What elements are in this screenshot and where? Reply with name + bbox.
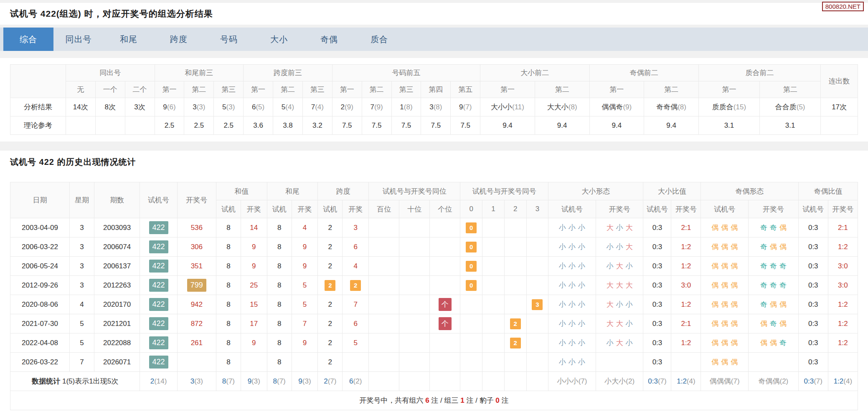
- same-pos-tens-stat-cell: [399, 372, 430, 391]
- history-table: 日期星期期数试机号开奖号和值和尾跨度试机号与开奖号同位试机号与开奖号同号大小形态…: [10, 182, 858, 410]
- red-value: 2:1: [838, 224, 848, 232]
- parity-pattern-test-cell: 偶偶偶: [701, 257, 749, 276]
- pattern-char: 大: [626, 243, 633, 251]
- analysis-cell: 2.5: [214, 116, 244, 135]
- same-pos-hundreds-cell: [369, 237, 399, 257]
- history-row: 2006-03-22320060744223068989260小小小小小大0:3…: [10, 237, 858, 257]
- same-pos-tens-cell: [399, 276, 430, 295]
- sum-test-cell: 8: [216, 314, 241, 333]
- value-paren: (9): [374, 103, 383, 111]
- sumtail-draw-cell: 5: [292, 276, 318, 295]
- value-paren: (7): [731, 377, 740, 385]
- analysis-row: 理论参考2.52.52.53.63.83.27.57.57.57.57.59.4…: [10, 116, 858, 135]
- history-sub-header: 开奖: [292, 200, 318, 218]
- date-cell: 2021-07-30: [10, 314, 70, 333]
- span-test-cell: 2: [318, 295, 343, 314]
- analysis-sub-header: 一个: [95, 81, 125, 98]
- history-group-header: 日期: [10, 182, 70, 218]
- pattern-char: 奇: [760, 281, 767, 289]
- value-main: 大大小: [547, 103, 569, 111]
- span-draw-cell: 6: [343, 237, 369, 257]
- pattern-char: 小: [569, 262, 576, 270]
- pattern-char: 偶: [711, 320, 718, 328]
- analysis-sub-header: 第一: [589, 81, 644, 98]
- size-ratio-draw-cell: 2:1: [671, 314, 701, 333]
- pattern-char: 偶: [779, 243, 787, 251]
- test-number-cell: 422: [140, 333, 177, 353]
- history-group-header: 期数: [94, 182, 140, 218]
- span-draw-cell: 5: [343, 333, 369, 353]
- span-draw-cell: 6: [343, 314, 369, 333]
- analysis-cell: 7(9): [362, 98, 391, 116]
- red-value: 5: [353, 339, 357, 347]
- tab-4[interactable]: 跨度: [154, 28, 204, 51]
- pattern-char: 奇: [779, 262, 787, 270]
- tab-3[interactable]: 和尾: [104, 28, 154, 51]
- value-main: 8: [273, 377, 277, 385]
- same-count-2-cell: 2: [504, 314, 526, 333]
- pattern-char: 大: [607, 281, 614, 289]
- tab-5[interactable]: 号码: [204, 28, 254, 51]
- sumtail-draw-cell: [292, 353, 318, 372]
- date-cell: 2020-08-06: [10, 295, 70, 314]
- analysis-sub-header: 第三: [391, 81, 421, 98]
- red-value: 1:2: [681, 243, 691, 251]
- parity-ratio-test-cell: 0:3: [798, 218, 828, 237]
- tab-8[interactable]: 质合: [354, 28, 404, 51]
- tab-7[interactable]: 奇偶: [304, 28, 354, 51]
- parity-pattern-test-cell: 偶偶偶: [701, 333, 749, 353]
- stats-label-note: 1(5)表示1出现5次: [60, 377, 118, 385]
- size-pattern-draw-cell: 大大小: [596, 314, 643, 333]
- pattern-char: 小: [626, 339, 633, 347]
- history-row: 2003-04-093200309342253681484230小小小大小大0:…: [10, 218, 858, 237]
- pattern-char: 奇: [760, 300, 767, 308]
- analysis-sub-header: 第二: [535, 81, 589, 98]
- analysis-cell: 3(8): [421, 98, 451, 116]
- analysis-cell: 合合质(5): [760, 98, 821, 116]
- pattern-char: 小: [578, 281, 585, 289]
- history-row: 2026-03-2272026071422882小小小0:3偶偶偶0:3: [10, 353, 858, 372]
- site-badge[interactable]: 800820.NET: [822, 2, 864, 11]
- pattern-char: 偶: [721, 358, 728, 366]
- tab-1[interactable]: 综合: [3, 28, 53, 51]
- history-table-header: 日期星期期数试机号开奖号和值和尾跨度试机号与开奖号同位试机号与开奖号同号大小形态…: [10, 182, 858, 218]
- number-badge: 2: [510, 318, 521, 329]
- sum-test-cell: 8: [216, 257, 241, 276]
- period-cell: 2021201: [94, 314, 140, 333]
- size-pattern-test-cell: 小小小: [548, 314, 596, 333]
- analysis-table: 同出号和尾前三跨度前三号码前五大小前二奇偶前二质合前二连出数无一个二个第一第二第…: [10, 64, 858, 135]
- number-badge: 422: [149, 336, 168, 349]
- size-ratio-draw-stat-cell: 1:2(4): [671, 372, 701, 391]
- sum-draw-cell: 9: [241, 257, 267, 276]
- value-main: 1:2: [834, 377, 844, 385]
- analysis-row: 分析结果14次8次3次9(6)3(3)5(3)6(5)5(4)7(4)2(9)7…: [10, 98, 858, 116]
- date-cell: 2026-03-22: [10, 353, 70, 372]
- pattern-char: 大: [626, 281, 633, 289]
- tab-6[interactable]: 大小: [254, 28, 304, 51]
- draw-number-stat-cell: 3(3): [177, 372, 216, 391]
- analysis-sub-header: 第二: [273, 81, 303, 98]
- value-main: 0:3: [804, 377, 814, 385]
- draw-number-cell: 306: [177, 237, 216, 257]
- size-ratio-draw-cell: 1:2: [671, 237, 701, 257]
- value-paren: (8): [569, 103, 577, 111]
- test-number-cell: 422: [140, 218, 177, 237]
- parity-ratio-test-cell: 0:3: [798, 276, 828, 295]
- parity-ratio-test-cell: 0:3: [798, 237, 828, 257]
- pattern-char: 小: [569, 281, 576, 289]
- same-count-0-cell: [460, 314, 482, 333]
- red-value: 1:2: [681, 300, 691, 308]
- sum-test-cell: 8: [216, 353, 241, 372]
- draw-number-cell: 536: [177, 218, 216, 237]
- same-pos-hundreds-stat-cell: [369, 372, 399, 391]
- parity-ratio-test-cell: 0:3: [798, 333, 828, 353]
- value-main: 奇偶偶: [759, 377, 780, 385]
- analysis-sub-header: 第一: [480, 81, 535, 98]
- analysis-cell: 3次: [125, 98, 155, 116]
- value-main: 9: [298, 377, 302, 385]
- pattern-char: 偶: [731, 262, 738, 270]
- number-badge: 422: [149, 356, 168, 369]
- value-main: 大小小: [491, 103, 512, 111]
- tab-2[interactable]: 同出号: [53, 28, 104, 51]
- pattern-char: 小: [559, 262, 566, 270]
